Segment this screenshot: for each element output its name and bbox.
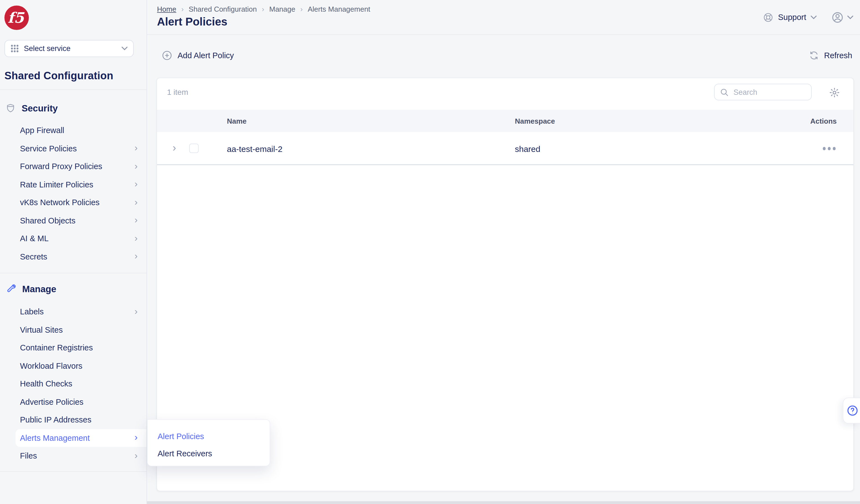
row-name[interactable]: aa-test-email-2 <box>227 132 283 165</box>
chevron-right-icon: › <box>134 451 138 460</box>
sidebar-item-forward-proxy-policies[interactable]: Forward Proxy Policies› <box>0 158 146 176</box>
row-actions-menu[interactable] <box>822 147 835 150</box>
sidebar-section-label: Security <box>22 103 58 114</box>
chevron-right-icon: › <box>300 5 303 13</box>
sidebar-item-labels[interactable]: Labels› <box>0 303 146 321</box>
shield-icon <box>5 103 16 113</box>
breadcrumb-manage: Manage <box>269 5 295 13</box>
sidebar-item-service-policies[interactable]: Service Policies› <box>0 139 146 158</box>
sidebar-item-rate-limiter-policies[interactable]: Rate Limiter Policies› <box>0 176 146 193</box>
sidebar: f5 Select service Shared Configuration S… <box>0 0 147 504</box>
chevron-down-icon <box>847 15 853 19</box>
chevron-right-icon: › <box>262 5 264 13</box>
search-input[interactable] <box>733 88 806 96</box>
divider <box>147 34 860 35</box>
chevron-right-icon: › <box>134 216 138 225</box>
refresh-label: Refresh <box>824 51 852 60</box>
wrench-icon <box>5 284 16 294</box>
column-header-actions: Actions <box>810 110 837 132</box>
chevron-right-icon: › <box>134 433 138 442</box>
help-question-icon <box>846 404 859 417</box>
chevron-right-icon: › <box>134 251 138 261</box>
breadcrumb-shared-configuration: Shared Configuration <box>189 5 257 13</box>
support-label: Support <box>778 13 806 21</box>
column-header-namespace: Namespace <box>515 110 555 132</box>
row-checkbox[interactable] <box>189 144 199 153</box>
flyout-item-alert-policies[interactable]: Alert Policies <box>147 428 270 445</box>
sidebar-item-container-registries[interactable]: Container Registries <box>0 339 146 357</box>
chevron-right-icon: › <box>134 197 138 207</box>
sidebar-item-advertise-policies[interactable]: Advertise Policies <box>0 393 146 411</box>
sidebar-item-workload-flavors[interactable]: Workload Flavors <box>0 357 146 375</box>
chevron-right-icon: › <box>134 143 138 153</box>
divider <box>0 471 146 472</box>
add-alert-policy-button[interactable]: Add Alert Policy <box>161 49 234 62</box>
plus-circle-icon <box>161 50 173 61</box>
sidebar-item-files[interactable]: Files› <box>0 447 146 465</box>
sidebar-item-ai-ml[interactable]: AI & ML› <box>0 229 146 248</box>
refresh-button[interactable]: Refresh <box>809 49 852 62</box>
sidebar-section-security-header: Security <box>0 99 146 118</box>
chevron-right-icon: › <box>134 179 138 189</box>
table-settings-gear-icon[interactable] <box>829 87 840 98</box>
sidebar-item-health-checks[interactable]: Health Checks <box>0 375 146 393</box>
breadcrumb-alerts-management: Alerts Management <box>308 5 370 13</box>
sidebar-item-public-ip-addresses[interactable]: Public IP Addresses <box>0 411 146 429</box>
refresh-icon <box>809 50 819 60</box>
sidebar-section-security: Security App Firewall Service Policies› … <box>0 99 146 266</box>
item-count: 1 item <box>167 88 188 97</box>
chevron-right-icon: › <box>134 161 138 171</box>
row-expand-chevron-icon[interactable]: › <box>173 143 176 153</box>
sidebar-item-shared-objects[interactable]: Shared Objects› <box>0 211 146 229</box>
page: f5 Select service Shared Configuration S… <box>0 0 860 504</box>
sidebar-title: Shared Configuration <box>4 70 113 82</box>
flyout-item-alert-receivers[interactable]: Alert Receivers <box>147 445 270 462</box>
sidebar-item-alerts-management[interactable]: Alerts Management› <box>16 429 146 447</box>
help-button[interactable] <box>843 398 860 424</box>
f5-logo-letters: f5 <box>8 11 24 25</box>
table-search <box>714 84 812 100</box>
user-avatar-icon <box>831 11 844 24</box>
breadcrumb: Home › Shared Configuration › Manage › A… <box>157 5 370 13</box>
page-title: Alert Policies <box>157 16 227 28</box>
select-service-dropdown[interactable]: Select service <box>4 40 134 57</box>
support-menu[interactable]: Support <box>763 12 817 23</box>
sidebar-section-manage-header: Manage <box>0 279 146 298</box>
sidebar-item-app-firewall[interactable]: App Firewall <box>0 121 146 139</box>
header-right: Support <box>763 0 853 34</box>
lifebuoy-icon <box>763 12 773 23</box>
row-namespace: shared <box>515 132 541 165</box>
chevron-right-icon: › <box>134 307 138 316</box>
sidebar-item-virtual-sites[interactable]: Virtual Sites <box>0 321 146 339</box>
grid-icon <box>11 44 19 53</box>
search-icon <box>720 87 729 97</box>
chevron-right-icon: › <box>181 5 184 13</box>
account-menu[interactable] <box>831 11 853 24</box>
chevron-down-icon <box>811 15 817 19</box>
column-header-name: Name <box>227 110 247 132</box>
f5-logo[interactable]: f5 <box>4 5 29 30</box>
divider <box>0 273 146 273</box>
chevron-down-icon <box>121 47 128 50</box>
breadcrumb-home[interactable]: Home <box>157 5 176 13</box>
alerts-management-flyout: Alert Policies Alert Receivers <box>147 419 270 466</box>
sidebar-section-label: Manage <box>22 284 56 294</box>
table-row: › aa-test-email-2 shared <box>157 132 853 165</box>
sidebar-item-secrets[interactable]: Secrets› <box>0 248 146 266</box>
table-header: Name Namespace Actions <box>157 110 853 132</box>
divider <box>0 89 146 90</box>
select-service-label: Select service <box>24 44 121 53</box>
sidebar-section-manage: Manage Labels› Virtual Sites Container R… <box>0 279 146 465</box>
sidebar-item-vk8s-network-policies[interactable]: vK8s Network Policies› <box>0 193 146 211</box>
add-alert-policy-label: Add Alert Policy <box>177 51 234 60</box>
chevron-right-icon: › <box>134 234 138 243</box>
